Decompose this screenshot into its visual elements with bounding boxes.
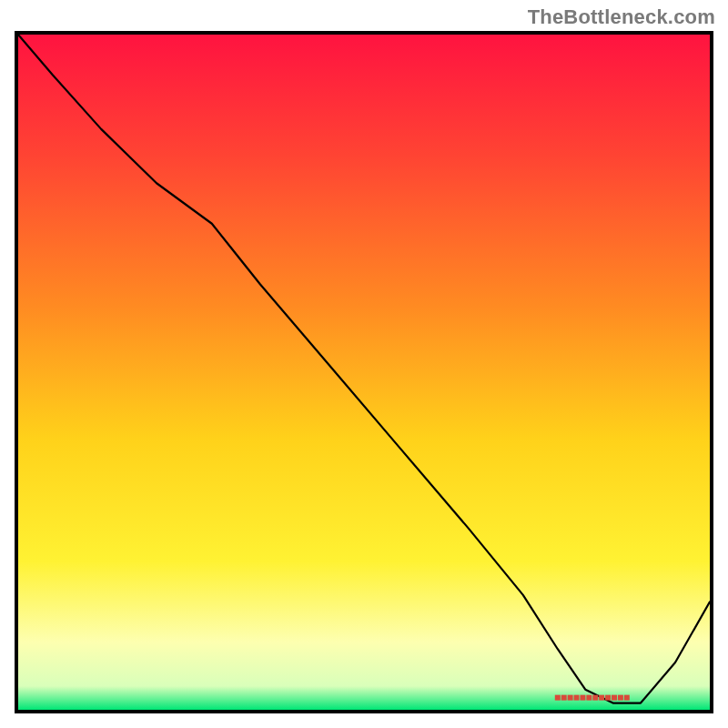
chart-svg (18, 35, 710, 710)
optimal-marker (599, 695, 604, 701)
optimal-marker (580, 695, 585, 701)
optimal-marker (586, 695, 592, 701)
optimal-marker (568, 695, 573, 701)
plot-area (18, 35, 710, 710)
chart-container: TheBottleneck.com (0, 0, 728, 728)
optimal-marker (618, 695, 623, 701)
optimal-marker (624, 695, 630, 701)
optimal-marker (561, 695, 567, 701)
optimal-marker (612, 695, 617, 701)
watermark-text: TheBottleneck.com (528, 5, 715, 29)
gradient-background (18, 35, 710, 710)
optimal-marker (555, 695, 561, 701)
optimal-marker (592, 695, 598, 701)
optimal-marker (605, 695, 611, 701)
plot-border (15, 31, 713, 713)
optimal-marker (574, 695, 580, 701)
